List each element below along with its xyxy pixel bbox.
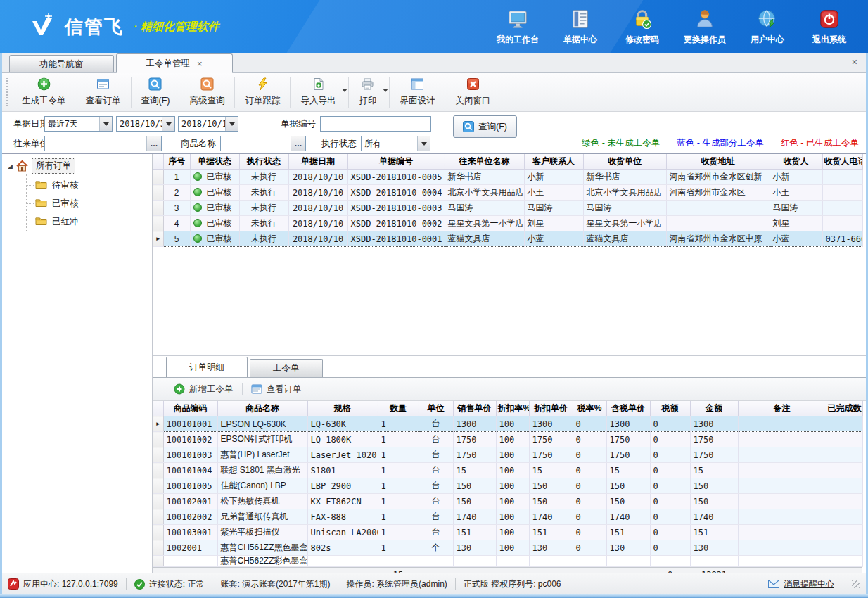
cell[interactable]: 1750 xyxy=(690,432,738,447)
order-row[interactable]: 4已审核未执行2018/10/10XSDD-20181010-0002星星文具第… xyxy=(153,216,862,231)
cell[interactable] xyxy=(826,525,862,540)
cell[interactable] xyxy=(822,185,862,201)
cell[interactable]: 1300 xyxy=(606,416,650,432)
cell[interactable]: 100 xyxy=(496,494,529,509)
cell[interactable] xyxy=(529,556,573,567)
cell[interactable]: KX-FT862CN xyxy=(307,494,378,509)
toolbar-button-import-export[interactable]: 导入导出 xyxy=(291,73,348,111)
cell[interactable] xyxy=(738,509,826,525)
cell[interactable]: 未执行 xyxy=(239,216,288,231)
cell[interactable]: 1750 xyxy=(529,447,573,463)
cell[interactable] xyxy=(163,556,217,567)
cell[interactable]: 小蓝 xyxy=(770,231,822,247)
row-selector[interactable] xyxy=(153,201,163,216)
product-input[interactable] xyxy=(221,136,291,151)
cell[interactable]: 蓝猫文具店 xyxy=(583,231,666,247)
cell[interactable]: 130 xyxy=(453,540,496,556)
cell[interactable] xyxy=(738,494,826,509)
cell[interactable]: 小王 xyxy=(770,185,822,201)
cell[interactable]: LQ-630K xyxy=(307,416,378,432)
cell[interactable]: 马国涛 xyxy=(445,201,524,216)
cell[interactable]: LQ-1800K xyxy=(307,432,378,447)
cell[interactable]: 未执行 xyxy=(239,231,288,247)
cell[interactable]: 台 xyxy=(419,494,453,509)
cell[interactable] xyxy=(650,556,690,567)
cell[interactable]: 已审核 xyxy=(190,185,239,201)
tab-work-order[interactable]: 工令单 xyxy=(250,359,323,377)
cell[interactable]: XSDD-20181010-0003 xyxy=(347,201,445,216)
close-all-tabs-icon[interactable]: × xyxy=(852,56,857,68)
row-selector[interactable] xyxy=(153,170,163,185)
cell[interactable] xyxy=(453,556,496,567)
cell[interactable]: 新华书店 xyxy=(583,170,666,185)
detail-row[interactable]: 100103001紫光平板扫描仪Uniscan LA20001台15110015… xyxy=(153,525,862,540)
toolbar-grip[interactable] xyxy=(6,78,10,106)
cell[interactable]: 130 xyxy=(690,540,738,556)
cell[interactable]: 台 xyxy=(419,478,453,494)
cell[interactable]: 刘星 xyxy=(770,216,822,231)
cell[interactable]: 1300 xyxy=(453,416,496,432)
cell[interactable]: 100101002 xyxy=(163,432,217,447)
titlebar-action-globe[interactable]: 用户中心 xyxy=(747,8,788,46)
cell[interactable]: 1740 xyxy=(606,509,650,525)
cell[interactable]: 100102002 xyxy=(163,509,217,525)
cell[interactable]: 1 xyxy=(378,494,419,509)
column-header[interactable]: 单据编号 xyxy=(347,154,445,170)
cell[interactable]: 1750 xyxy=(453,432,496,447)
cell[interactable] xyxy=(822,216,862,231)
cell[interactable]: 100 xyxy=(496,525,529,540)
cell[interactable] xyxy=(666,216,770,231)
cell[interactable]: 0 xyxy=(650,525,690,540)
column-header[interactable]: 商品名称 xyxy=(217,401,307,416)
cell[interactable] xyxy=(826,494,862,509)
cell[interactable]: 2018/10/10 xyxy=(288,231,347,247)
cell[interactable]: 河南省郑州市金水区创新 xyxy=(666,170,770,185)
row-selector[interactable] xyxy=(153,556,163,567)
cell[interactable] xyxy=(738,447,826,463)
cell[interactable]: 0 xyxy=(650,463,690,478)
date-from-select[interactable]: 2018/10/3 xyxy=(116,116,175,132)
cell[interactable]: 星星文具第一小学店 xyxy=(445,216,524,231)
cell[interactable]: 150 xyxy=(606,494,650,509)
row-selector[interactable] xyxy=(153,447,163,463)
ellipsis-button[interactable]: … xyxy=(146,136,161,151)
cell[interactable] xyxy=(826,463,862,478)
cell[interactable]: XSDD-20181010-0005 xyxy=(347,170,445,185)
cell[interactable]: 151 xyxy=(690,525,738,540)
cell[interactable]: 台 xyxy=(419,432,453,447)
column-header[interactable]: 备注 xyxy=(738,401,826,416)
cell[interactable]: FAX-888 xyxy=(307,509,378,525)
cell[interactable] xyxy=(826,556,862,567)
cell[interactable]: 150 xyxy=(690,478,738,494)
cell[interactable]: 15 xyxy=(453,463,496,478)
cell[interactable]: 1 xyxy=(378,509,419,525)
cell[interactable] xyxy=(690,556,738,567)
chevron-down-icon[interactable] xyxy=(225,117,238,131)
cell[interactable] xyxy=(738,432,826,447)
exec-status-select[interactable]: 所有 xyxy=(361,136,430,151)
cell[interactable] xyxy=(496,556,529,567)
cell[interactable]: 小蓝 xyxy=(524,231,583,247)
cell[interactable]: 0 xyxy=(573,463,606,478)
tab-work-order-management[interactable]: 工令单管理 × xyxy=(116,53,233,73)
cell[interactable]: 150 xyxy=(529,478,573,494)
cell[interactable]: 小新 xyxy=(770,170,822,185)
cell[interactable]: 150 xyxy=(453,478,496,494)
cell[interactable]: 惠普CH561ZZ黑色墨盒 xyxy=(217,540,307,556)
cell[interactable]: 2018/10/10 xyxy=(288,201,347,216)
titlebar-action-documents[interactable]: 单据中心 xyxy=(560,8,601,46)
column-header[interactable]: 折扣单价 xyxy=(529,401,573,416)
cell[interactable]: 个 xyxy=(419,540,453,556)
cell[interactable] xyxy=(307,556,378,567)
cell[interactable]: 151 xyxy=(606,525,650,540)
message-center-link[interactable]: 消息提醒中心 xyxy=(768,578,834,590)
tab-function-nav[interactable]: 功能导航窗 xyxy=(9,55,114,72)
cell[interactable]: 2018/10/10 xyxy=(288,170,347,185)
tree-node-已红冲[interactable]: 已红冲 xyxy=(27,212,152,231)
cell[interactable]: 台 xyxy=(419,447,453,463)
cell[interactable]: XSDD-20181010-0004 xyxy=(347,185,445,201)
detail-row[interactable]: 100101005佳能(Canon) LBPLBP 29001台15010015… xyxy=(153,478,862,494)
cell[interactable]: 0 xyxy=(650,509,690,525)
cell[interactable]: 3 xyxy=(163,201,190,216)
cell[interactable]: 15 xyxy=(606,463,650,478)
